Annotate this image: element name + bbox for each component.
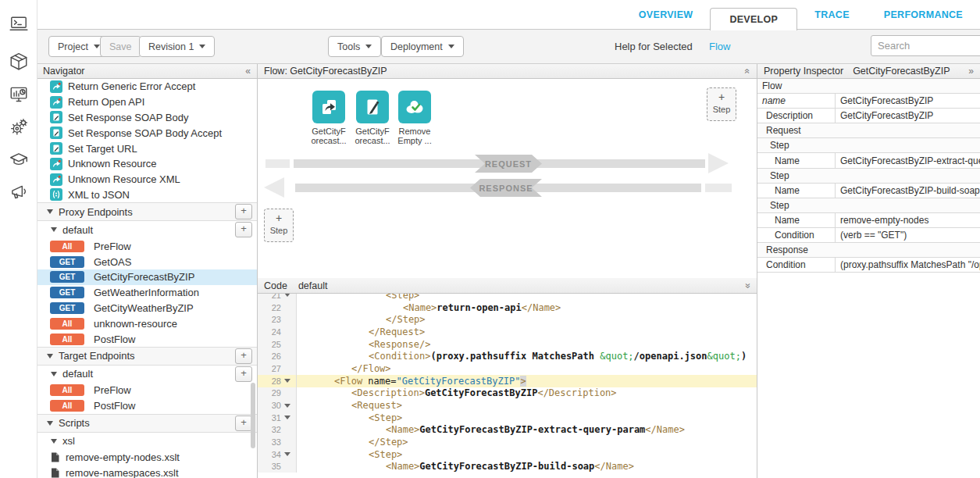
tab-trace[interactable]: TRACE: [797, 0, 867, 30]
line-number[interactable]: 35: [258, 462, 281, 471]
target-flow-item-preflow[interactable]: All PreFlow: [37, 383, 257, 398]
flow-label: PostFlow: [94, 400, 135, 412]
property-row[interactable]: Condition(proxy.pathsuffix MatchesPath "…: [757, 258, 980, 273]
line-number[interactable]: 21: [258, 294, 281, 300]
line-number[interactable]: 33: [258, 437, 281, 447]
add-target-flow-button[interactable]: +: [235, 366, 252, 382]
scripts-group-xsl[interactable]: xsl: [37, 433, 257, 450]
add-script-button[interactable]: +: [235, 416, 252, 431]
add-step-response-button[interactable]: + Step: [264, 209, 294, 242]
line-number[interactable]: 25: [258, 340, 281, 349]
fold-caret-icon[interactable]: [284, 404, 290, 408]
script-file-item[interactable]: remove-namespaces.xslt: [37, 466, 257, 478]
tab-develop[interactable]: DEVELOP: [710, 8, 797, 30]
section-target-endpoints[interactable]: Target Endpoints +: [37, 347, 257, 366]
policy-item[interactable]: Unknown Resource XML: [37, 172, 257, 187]
line-number[interactable]: 24: [258, 327, 281, 337]
fold-caret-icon[interactable]: [284, 416, 290, 419]
flow-step-remove-empty-nodes[interactable]: RemoveEmpty ...: [387, 91, 442, 145]
section-proxy-endpoints[interactable]: Proxy Endpoints +: [37, 202, 257, 221]
tools-menu-button[interactable]: Tools: [328, 36, 381, 57]
add-proxy-endpoint-button[interactable]: +: [235, 204, 252, 219]
flow-item-unknown-resource[interactable]: All unknown-resource: [37, 316, 257, 331]
policy-item[interactable]: Return Generic Error Accept: [37, 79, 257, 95]
save-button[interactable]: Save: [100, 36, 141, 57]
center-panels: Flow: GetCityForecastByZIP « GetCityFore…: [258, 64, 757, 478]
help-flow-link[interactable]: Flow: [709, 41, 730, 52]
policy-item[interactable]: Return Open API: [37, 95, 257, 110]
collapse-left-icon[interactable]: «: [245, 66, 251, 76]
line-number[interactable]: 32: [258, 425, 281, 434]
policy-item[interactable]: Set Target URL: [37, 141, 257, 156]
line-number[interactable]: 27: [258, 364, 281, 373]
search-input[interactable]: [871, 35, 980, 56]
group-label: default: [62, 224, 93, 236]
fold-caret-icon[interactable]: [284, 379, 290, 383]
property-row[interactable]: Nameremove-empty-nodes: [757, 213, 980, 228]
terminal-laptop-icon[interactable]: [9, 15, 29, 35]
property-row[interactable]: NameGetCityForecastByZIP-build-soap: [757, 184, 980, 198]
line-number[interactable]: 29: [258, 388, 281, 398]
line-number[interactable]: 34: [258, 450, 281, 459]
flow-item-postflow[interactable]: All PostFlow: [37, 331, 257, 347]
line-number[interactable]: 28: [258, 376, 281, 386]
graduation-cap-icon[interactable]: [9, 150, 29, 170]
policy-label: Return Open API: [68, 96, 144, 108]
deployment-menu-button[interactable]: Deployment: [381, 36, 464, 57]
flow-item-getoas[interactable]: GET GetOAS: [37, 254, 257, 269]
line-number[interactable]: 30: [258, 401, 281, 410]
line-number[interactable]: 23: [258, 315, 281, 324]
add-flow-button[interactable]: +: [235, 222, 252, 237]
request-label: REQUEST: [485, 159, 532, 169]
tab-performance[interactable]: PERFORMANCE: [867, 0, 980, 30]
line-number[interactable]: 26: [258, 351, 281, 361]
fold-caret-icon[interactable]: [284, 452, 290, 456]
tab-overview[interactable]: OVERVIEW: [622, 0, 711, 30]
flow-item-getcityforecastbyzip[interactable]: GET GetCityForecastByZIP: [37, 269, 257, 285]
section-title: Proxy Endpoints: [59, 206, 133, 218]
flow-item-preflow[interactable]: All PreFlow: [37, 238, 257, 254]
policy-item[interactable]: Set Response SOAP Body: [37, 110, 257, 126]
collapse-right-icon[interactable]: »: [968, 66, 974, 76]
policy-label: Set Response SOAP Body Accept: [68, 127, 222, 139]
policy-item[interactable]: XML to JSON: [37, 187, 257, 203]
target-endpoint-group-default[interactable]: default +: [37, 366, 257, 383]
help-for-selected-label: Help for Selected: [615, 41, 693, 52]
plus-icon: +: [265, 211, 293, 225]
flow-item-getweatherinformation[interactable]: GET GetWeatherInformation: [37, 285, 257, 301]
package-box-icon[interactable]: [9, 52, 29, 72]
section-scripts[interactable]: Scripts +: [37, 414, 257, 433]
revision-menu-button[interactable]: Revision 1: [139, 36, 215, 57]
line-number[interactable]: 31: [258, 413, 281, 423]
property-row-section: Request: [757, 123, 980, 138]
script-file-item[interactable]: remove-empty-nodes.xslt: [37, 450, 257, 466]
property-inspector-subject: GetCityForecastByZIP: [853, 66, 950, 77]
collapse-up-icon[interactable]: «: [745, 66, 750, 76]
code-editor[interactable]: 21 <Step> 22 <Name>return-open-api</Name…: [258, 294, 757, 478]
navigator-scrollbar[interactable]: [251, 383, 255, 448]
property-row[interactable]: NameGetCityForecastByZIP-extract-query-p…: [757, 153, 980, 168]
analytics-monitor-icon[interactable]: [9, 84, 29, 105]
policy-item[interactable]: Unknown Resource: [37, 156, 257, 172]
line-number[interactable]: 22: [258, 303, 281, 312]
add-step-request-button[interactable]: + Step: [707, 87, 736, 121]
fold-caret-icon[interactable]: [284, 294, 290, 297]
add-target-endpoint-button[interactable]: +: [235, 348, 252, 364]
property-row[interactable]: Condition(verb == "GET"): [757, 228, 980, 243]
gears-icon[interactable]: [9, 117, 29, 137]
left-icon-rail: [0, 0, 37, 478]
deployment-menu-label: Deployment: [390, 41, 443, 52]
code-line: 23 </Step>: [258, 313, 757, 326]
policy-item[interactable]: Set Response SOAP Body Accept: [37, 125, 257, 141]
property-row[interactable]: DescriptionGetCityForecastByZIP: [757, 109, 980, 123]
megaphone-icon[interactable]: [9, 182, 29, 202]
collapse-down-icon[interactable]: «: [745, 281, 750, 291]
method-badge-get: GET: [50, 256, 84, 268]
property-row-section: Flow: [757, 79, 980, 94]
request-band-stub: [265, 159, 290, 168]
proxy-endpoint-group-default[interactable]: default +: [37, 221, 257, 238]
property-row[interactable]: nameGetCityForecastByZIP: [757, 94, 980, 109]
policy-assign-message-icon: [356, 91, 389, 123]
flow-item-getcityweatherbyzip[interactable]: GET GetCityWeatherByZIP: [37, 301, 257, 316]
target-flow-item-postflow[interactable]: All PostFlow: [37, 398, 257, 414]
